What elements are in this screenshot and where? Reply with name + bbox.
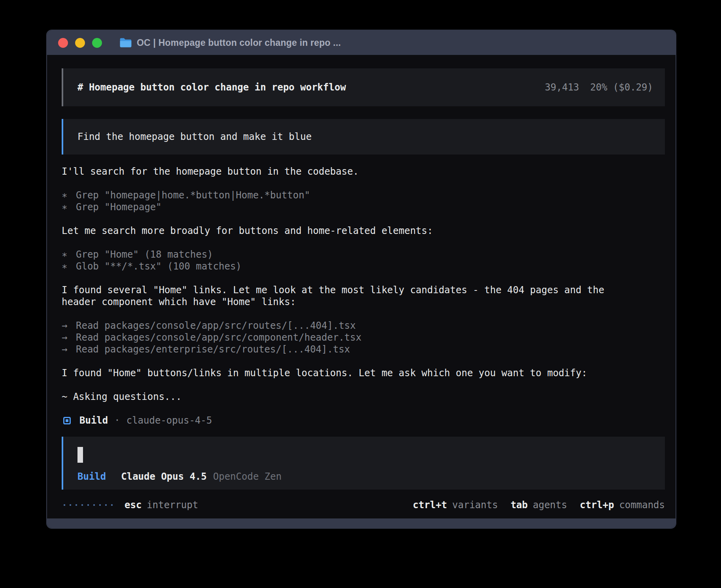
assistant-text: I found several "Home" links. Let me loo… [62,284,663,296]
agent-badge: Build · claude-opus-4-5 [62,415,663,426]
tool-call-label: Read packages/console/app/src/routes/[..… [76,320,356,331]
shortcut-variants: ctrl+t variants [413,499,498,511]
assistant-text: header component which have "Home" links… [62,296,663,308]
assistant-text: Let me search more broadly for buttons a… [62,225,663,237]
shortcut-commands: ctrl+p commands [580,499,665,511]
user-message-text: Find the homepage button and make it blu… [77,131,311,143]
tool-call-label: Read packages/enterprise/src/routes/[...… [76,344,350,355]
shortcut-label: commands [619,499,665,511]
user-message: Find the homepage button and make it blu… [62,119,665,155]
session-header: # Homepage button color change in repo w… [62,68,665,106]
tool-bullet-icon: ∗ [62,249,76,260]
spinner-icon [64,504,113,506]
shortcut-label: variants [452,499,498,511]
shortcut-key: ctrl+p [580,499,614,511]
assistant-text: I'll search for the homepage button in t… [62,166,663,177]
session-title: # Homepage button color change in repo w… [77,81,346,93]
shortcut-interrupt: esc interrupt [125,499,198,511]
context-cost: 20% ($0.29) [590,81,653,93]
window-bottom-edge [47,518,676,528]
titlebar: OC | Homepage button color change in rep… [47,30,676,55]
shortcut-key: ctrl+t [413,499,447,511]
prompt-input[interactable]: Build Claude Opus 4.5 OpenCode Zen [62,437,665,490]
folder-icon [119,38,132,48]
shortcut-key: tab [511,499,528,511]
tool-call-grep: ∗Grep "Home" (18 matches) [62,249,663,260]
tool-call-group: ∗Grep "homepage|home.*button|Home.*butto… [62,189,663,213]
status-bar: esc interrupt ctrl+t variants tab agents… [62,499,665,511]
shortcut-label: interrupt [147,499,198,511]
agent-separator: · [114,415,120,426]
model-name[interactable]: Claude Opus 4.5 [121,471,207,482]
assistant-paragraph: I found several "Home" links. Let me loo… [62,284,663,308]
activity-status: ~ Asking questions... [62,391,663,403]
tool-call-read: →Read packages/enterprise/src/routes/[..… [62,343,663,355]
agent-square-icon [63,417,71,424]
tool-bullet-icon: ∗ [62,201,76,213]
text-cursor [77,447,83,463]
tool-call-label: Grep "Homepage" [76,202,162,213]
tool-bullet-icon: ∗ [62,189,76,201]
shortcut-label: agents [533,499,567,511]
window-controls [58,38,102,48]
shortcut-agents: tab agents [511,499,567,511]
tool-call-grep: ∗Grep "Homepage" [62,201,663,213]
window-title: OC | Homepage button color change in rep… [137,38,341,48]
model-provider: OpenCode Zen [213,471,281,482]
shortcut-list: ctrl+t variants tab agents ctrl+p comman… [413,499,665,511]
agent-model: claude-opus-4-5 [126,415,212,426]
input-model-row: Build Claude Opus 4.5 OpenCode Zen [77,471,653,482]
agent-name: Build [79,415,108,426]
read-arrow-icon: → [62,320,76,332]
terminal-content: # Homepage button color change in repo w… [47,55,676,518]
tool-call-label: Glob "**/*.tsx" (100 matches) [76,261,242,272]
shortcut-key: esc [125,499,142,511]
tool-call-label: Grep "homepage|home.*button|Home.*button… [76,190,310,201]
close-button[interactable] [58,38,68,48]
read-arrow-icon: → [62,343,76,355]
conversation: I'll search for the homepage button in t… [62,166,663,426]
assistant-text: I found "Home" buttons/links in multiple… [62,367,663,379]
zoom-button[interactable] [92,38,102,48]
session-stats: 39,413 20% ($0.29) [545,81,653,93]
tool-call-label: Read packages/console/app/src/component/… [76,332,361,343]
tool-bullet-icon: ∗ [62,260,76,272]
tool-call-grep: ∗Grep "homepage|home.*button|Home.*butto… [62,189,663,201]
tool-call-read: →Read packages/console/app/src/routes/[.… [62,320,663,332]
tool-call-glob: ∗Glob "**/*.tsx" (100 matches) [62,260,663,272]
tool-call-group: ∗Grep "Home" (18 matches) ∗Glob "**/*.ts… [62,249,663,272]
minimize-button[interactable] [75,38,85,48]
read-arrow-icon: → [62,332,76,343]
token-count: 39,413 [545,81,579,93]
tool-call-group: →Read packages/console/app/src/routes/[.… [62,320,663,355]
terminal-window: OC | Homepage button color change in rep… [46,30,676,529]
mode-label[interactable]: Build [77,471,106,482]
tool-call-label: Grep "Home" (18 matches) [76,249,213,260]
tool-call-read: →Read packages/console/app/src/component… [62,332,663,343]
